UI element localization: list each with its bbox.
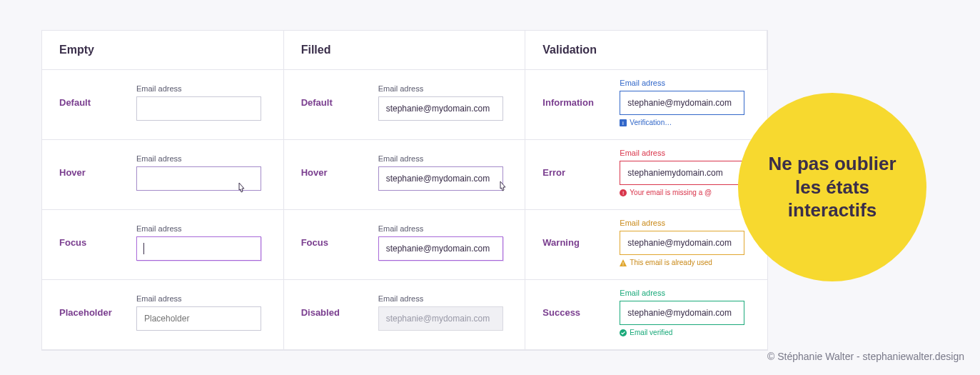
cell-filled-focus: Focus Email adress: [284, 210, 526, 280]
field-label: Email adress: [378, 224, 508, 233]
field-label: Email adress: [378, 294, 508, 303]
cell-filled-disabled: Disabled Email adress: [284, 280, 526, 350]
field-filled-focus: Email adress: [378, 224, 508, 261]
helper-text: Email verified: [630, 329, 672, 336]
field-label: Email adress: [378, 84, 508, 93]
email-input[interactable]: [620, 231, 744, 255]
state-label-default: Default: [301, 97, 378, 108]
field-empty-focus: Email adress: [136, 224, 266, 261]
field-empty-placeholder: Email adress: [136, 294, 266, 331]
helper-success: Email verified: [620, 329, 750, 336]
state-label-focus: Focus: [301, 237, 378, 248]
field-label: Email adress: [136, 154, 266, 163]
svg-text:!: !: [622, 190, 624, 196]
field-label: Email adress: [378, 154, 508, 163]
email-input: [378, 306, 503, 331]
helper-text: Your email is missing a @: [630, 189, 712, 196]
email-input[interactable]: [620, 301, 744, 325]
email-input[interactable]: [136, 306, 261, 331]
email-input[interactable]: [378, 96, 503, 121]
state-label-information: Information: [542, 97, 620, 108]
callout-badge: Ne pas oublier les états interactifs: [738, 93, 926, 281]
state-label-error: Error: [542, 167, 620, 178]
warning-icon: !: [620, 259, 627, 266]
email-input[interactable]: [136, 236, 261, 261]
helper-error: ! Your email is missing a @: [620, 189, 750, 196]
cell-empty-hover: Hover Email adress: [42, 140, 284, 210]
error-icon: !: [620, 189, 627, 196]
info-icon: i: [620, 119, 627, 126]
field-validation-warning: Email adress ! This email is already use…: [620, 219, 750, 266]
cell-filled-hover: Hover Email adress: [284, 140, 526, 210]
text-caret-icon: [143, 243, 144, 254]
state-label-disabled: Disabled: [301, 307, 378, 318]
cell-validation-error: Error Email adress ! Your email is missi…: [525, 140, 767, 210]
field-label: Email adress: [136, 84, 266, 93]
state-label-success: Success: [542, 307, 620, 318]
callout-text: Ne pas oublier les états interactifs: [767, 152, 898, 222]
helper-info: i Verification…: [620, 119, 750, 126]
email-input[interactable]: [620, 161, 744, 185]
state-label-hover: Hover: [301, 167, 378, 178]
field-empty-hover: Email adress: [136, 154, 266, 191]
field-label: Email adress: [136, 224, 266, 233]
state-label-hover: Hover: [59, 167, 136, 178]
state-label-default: Default: [59, 97, 136, 108]
success-icon: [620, 329, 627, 336]
field-validation-info: Email adress i Verification…: [620, 79, 750, 126]
field-label: Email adress: [620, 219, 750, 227]
cell-validation-information: Information Email adress i Verification…: [525, 70, 767, 140]
email-input[interactable]: [378, 236, 503, 261]
cell-filled-default: Default Email adress: [284, 70, 526, 140]
field-filled-disabled: Email adress: [378, 294, 508, 331]
field-label: Email adress: [620, 79, 750, 87]
field-validation-success: Email adress Email verified: [620, 289, 750, 336]
field-filled-default: Email adress: [378, 84, 508, 121]
state-label-warning: Warning: [542, 237, 620, 248]
helper-text: This email is already used: [630, 259, 712, 266]
cell-validation-success: Success Email adress Email verified: [525, 280, 767, 350]
state-label-placeholder: Placeholder: [59, 307, 136, 318]
pointer-cursor-icon: [496, 180, 509, 196]
email-input[interactable]: [136, 96, 261, 121]
cell-empty-focus: Focus Email adress: [42, 210, 284, 280]
pointer-cursor-icon: [235, 181, 248, 197]
column-header-empty: Empty: [42, 31, 284, 70]
field-filled-hover: Email adress: [378, 154, 508, 191]
email-input[interactable]: [378, 166, 503, 191]
field-validation-error: Email adress ! Your email is missing a @: [620, 149, 750, 196]
column-header-filled: Filled: [284, 31, 526, 70]
field-label: Email adress: [620, 149, 750, 157]
column-header-validation: Validation: [525, 31, 767, 70]
cell-empty-placeholder: Placeholder Email adress: [42, 280, 284, 350]
svg-text:!: !: [622, 261, 624, 266]
helper-warning: ! This email is already used: [620, 259, 750, 266]
field-label: Email adress: [136, 294, 266, 303]
credit-text: © Stéphanie Walter - stephaniewalter.des…: [767, 351, 964, 362]
helper-text: Verification…: [630, 119, 672, 126]
cell-validation-warning: Warning Email adress ! This email is alr…: [525, 210, 767, 280]
svg-text:i: i: [622, 120, 624, 126]
state-label-focus: Focus: [59, 237, 136, 248]
field-empty-default: Email adress: [136, 84, 266, 121]
field-label: Email adress: [620, 289, 750, 297]
email-input[interactable]: [620, 91, 744, 115]
cell-empty-default: Default Email adress: [42, 70, 284, 140]
form-states-table: Empty Filled Validation Default Email ad…: [41, 30, 768, 351]
